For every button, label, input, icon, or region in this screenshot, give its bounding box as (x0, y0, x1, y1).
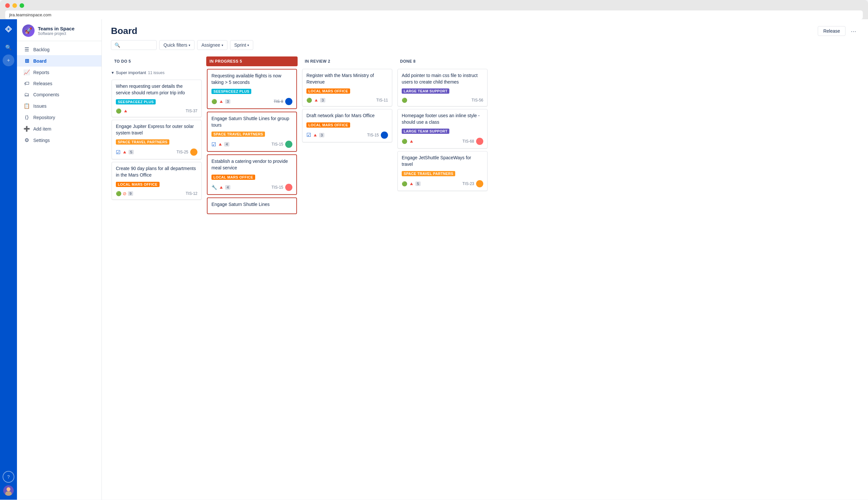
column-header-in-review: IN REVIEW 2 (301, 56, 393, 66)
browser-dots (5, 3, 863, 8)
story-icon: 🟢 (402, 139, 407, 144)
sidebar-item-issues[interactable]: 📋 Issues (17, 100, 102, 112)
sidebar-item-settings[interactable]: ⚙ Settings (17, 135, 102, 146)
release-button[interactable]: Release (818, 26, 845, 36)
backlog-icon: ☰ (23, 46, 30, 53)
board-toolbar: 🔍 Quick filters ▾ Assignee ▾ Sprint ▾ (102, 40, 868, 54)
story-points: 4 (225, 185, 230, 190)
quick-filters-chevron-icon: ▾ (189, 43, 190, 47)
card-tis-15c[interactable]: Draft network plan for Mars Office LOCAL… (302, 109, 392, 142)
card-tis-8[interactable]: Requesting available flights is now taki… (207, 69, 297, 109)
card-tis-15b[interactable]: Establish a catering vendor to provide m… (207, 155, 297, 194)
column-done: DONE 8 Add pointer to main css file to i… (397, 56, 488, 495)
dot-green[interactable] (20, 3, 24, 8)
search-box[interactable]: 🔍 (111, 40, 157, 50)
column-in-review: IN REVIEW 2 Register with the Mars Minis… (301, 56, 393, 495)
card-footer-tis-15c: ☑ 🔺 3 TIS-15 (306, 132, 388, 139)
card-title-tis-25: Engage Jupiter Express for outer solar s… (116, 123, 197, 136)
tag-space-travel: SPACE TRAVEL PARTNERS (116, 139, 169, 145)
sidebar-item-releases[interactable]: 🏷 Releases (17, 78, 102, 89)
dot-red[interactable] (5, 3, 10, 8)
sidebar-nav: ☰ Backlog ⊞ Board 📈 Reports 🏷 Releases 🗂… (17, 41, 102, 148)
create-nav-icon[interactable]: + (3, 55, 14, 66)
assignee-label: Assignee (201, 43, 220, 48)
card-tis-25[interactable]: Engage Jupiter Express for outer solar s… (112, 120, 202, 159)
dot-yellow[interactable] (12, 3, 17, 8)
story-icon: 🟢 (402, 181, 407, 186)
card-tis-11[interactable]: Register with the Mars Ministry of Reven… (302, 69, 392, 106)
column-title-todo: TO DO 5 (114, 59, 131, 64)
svg-point-0 (7, 487, 10, 491)
card-title-tis-15c: Draft network plan for Mars Office (306, 113, 388, 119)
sprint-label: Sprint (234, 43, 247, 48)
card-meta-tis-15b: TIS-15 (272, 184, 293, 191)
user-avatar-nav[interactable] (3, 485, 14, 496)
help-nav-icon[interactable]: ? (3, 471, 14, 483)
card-title-tis-12: Create 90 day plans for all departments … (116, 166, 197, 178)
components-icon: 🗂 (23, 92, 30, 98)
sidebar-item-backlog[interactable]: ☰ Backlog (17, 44, 102, 55)
sprint-chevron-icon: ▾ (247, 43, 249, 47)
card-meta-tis-15a: TIS-15 (272, 141, 293, 148)
card-icons-tis-23: 🟢 🔺 5 (402, 181, 421, 186)
tag-large-team: LARGE TEAM SUPPORT (402, 89, 449, 94)
tag-space-travel: SPACE TRAVEL PARTNERS (402, 171, 455, 176)
column-title-done: DONE 8 (400, 59, 416, 64)
card-tis-68[interactable]: Homepage footer uses an inline style - s… (398, 109, 488, 148)
story-points: 9 (128, 191, 133, 196)
check-icon: ☑ (116, 149, 121, 155)
card-tis-15a[interactable]: Engage Saturn Shuttle Lines for group to… (207, 112, 297, 152)
column-header-in-progress: IN PROGRESS 5 (206, 56, 298, 66)
card-title-tis-68: Homepage footer uses an inline style - s… (402, 113, 483, 125)
assignee-filter-button[interactable]: Assignee ▾ (197, 40, 227, 50)
tag-local-mars: LOCAL MARS OFFICE (306, 89, 350, 94)
card-title-tis-37: When requesting user details the service… (116, 83, 197, 96)
card-footer-tis-11: 🟢 🔺 3 TIS-11 (306, 98, 388, 103)
sidebar-item-add-item[interactable]: ➕ Add item (17, 123, 102, 135)
card-tis-12[interactable]: Create 90 day plans for all departments … (112, 162, 202, 200)
add-item-icon: ➕ (23, 126, 30, 132)
sidebar-item-reports[interactable]: 📈 Reports (17, 67, 102, 78)
card-meta-tis-11: TIS-11 (376, 98, 388, 102)
jira-logo[interactable] (3, 23, 14, 35)
group-count: 11 issues (148, 70, 165, 75)
sidebar-item-components[interactable]: 🗂 Components (17, 89, 102, 100)
story-points: 4 (224, 142, 229, 147)
backlog-label: Backlog (33, 47, 49, 52)
quick-filters-button[interactable]: Quick filters ▾ (159, 40, 194, 50)
reports-label: Reports (33, 70, 49, 75)
assignee-chevron-icon: ▾ (221, 43, 223, 47)
avatar-tis-15c (381, 132, 388, 139)
main-content: Board Release ··· 🔍 Quick filters ▾ Assi… (102, 19, 868, 500)
ticket-id-tis-25: TIS-25 (176, 150, 188, 155)
card-tis-23[interactable]: Engage JetShuttle SpaceWays for travel S… (398, 151, 488, 191)
more-options-button[interactable]: ··· (848, 26, 859, 36)
card-icons-tis-15a: ☑ 🔺 4 (212, 141, 229, 148)
card-engage-saturn[interactable]: Engage Saturn Shuttle Lines (207, 197, 297, 214)
avatar-tis-23 (476, 180, 483, 188)
browser-url-bar[interactable]: jira.teamsinspace.com (5, 10, 863, 19)
story-points: 3 (225, 99, 230, 104)
card-tis-37[interactable]: When requesting user details the service… (112, 80, 202, 117)
sidebar-item-repository[interactable]: ⟨⟩ Repository (17, 112, 102, 123)
ticket-id-tis-15b: TIS-15 (272, 185, 283, 190)
tag-seespaceez-plus: SEESPACEEZ PLUS (212, 89, 251, 94)
block-icon: ⊘ (123, 191, 127, 196)
board-label: Board (33, 58, 46, 64)
sprint-filter-button[interactable]: Sprint ▾ (230, 40, 253, 50)
browser-chrome: jira.teamsinspace.com (0, 0, 868, 19)
search-nav-icon[interactable]: 🔍 (3, 42, 14, 53)
card-footer-tis-12: 🟢 ⊘ 9 TIS-12 (116, 191, 197, 196)
priority-icon: 🔺 (218, 185, 224, 190)
column-header-done: DONE 8 (397, 56, 488, 66)
project-name: Teams in Space (38, 26, 75, 31)
priority-icon: 🔺 (218, 99, 224, 104)
avatar-tis-8 (285, 98, 293, 105)
sidebar-item-board[interactable]: ⊞ Board (17, 55, 102, 67)
ticket-id-tis-37: TIS-37 (186, 109, 197, 113)
column-body-todo: ▾ Super important 11 issues When request… (111, 68, 202, 495)
nav-rail-bottom: ? (3, 471, 14, 496)
priority-icon: 🔺 (409, 139, 414, 144)
card-icons-tis-37: 🟢 🔺 (116, 109, 128, 114)
card-tis-56[interactable]: Add pointer to main css file to instruct… (398, 69, 488, 106)
